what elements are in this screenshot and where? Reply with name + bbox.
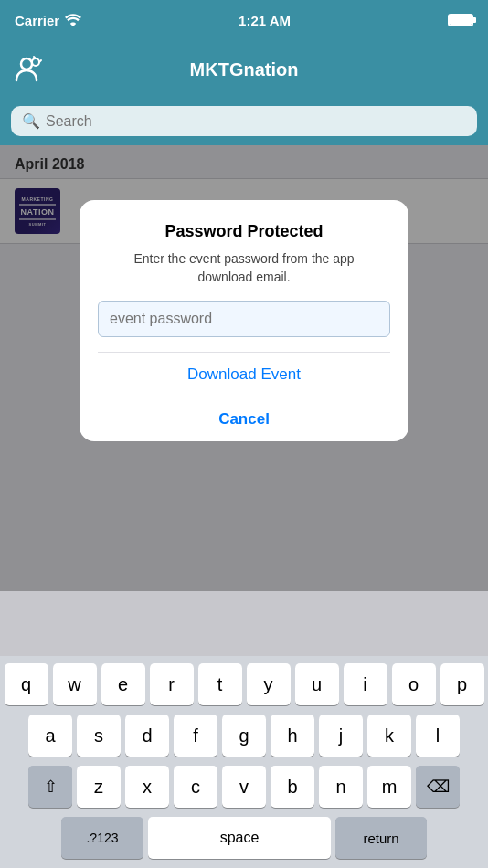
key-u[interactable]: u xyxy=(295,663,339,705)
battery-icon xyxy=(448,14,473,26)
nav-bar: MKTGnation xyxy=(0,40,488,99)
key-a[interactable]: a xyxy=(28,715,72,757)
search-icon: 🔍 xyxy=(22,112,40,130)
key-x[interactable]: x xyxy=(125,766,169,808)
main-content: April 2018 MARKETING NATION SUMMIT Passw… xyxy=(0,145,488,591)
svg-line-3 xyxy=(39,60,41,62)
key-c[interactable]: c xyxy=(174,766,217,808)
key-m[interactable]: m xyxy=(367,766,411,808)
shift-key[interactable]: ⇧ xyxy=(28,766,72,808)
key-d[interactable]: d xyxy=(125,715,169,757)
status-bar-right xyxy=(448,14,473,26)
modal-overlay: Password Protected Enter the event passw… xyxy=(0,145,488,591)
wifi-icon xyxy=(65,13,81,28)
keyboard-row-3: ⇧ z x c v b n m ⌫ xyxy=(4,766,484,808)
cancel-button[interactable]: Cancel xyxy=(98,397,390,441)
person-icon[interactable] xyxy=(15,53,44,86)
key-q[interactable]: q xyxy=(5,663,48,705)
svg-point-1 xyxy=(32,58,39,66)
download-event-button[interactable]: Download Event xyxy=(98,353,390,397)
carrier-label: Carrier xyxy=(15,13,59,28)
status-bar: Carrier 1:21 AM xyxy=(0,0,488,40)
search-bar[interactable]: 🔍 xyxy=(11,106,477,136)
svg-line-2 xyxy=(34,57,36,58)
key-v[interactable]: v xyxy=(222,766,266,808)
space-key[interactable]: space xyxy=(148,817,331,859)
keyboard: q w e r t y u i o p a s d f g h j k l ⇧ … xyxy=(0,656,488,868)
key-k[interactable]: k xyxy=(367,715,411,757)
key-n[interactable]: n xyxy=(319,766,363,808)
key-j[interactable]: j xyxy=(319,715,363,757)
key-i[interactable]: i xyxy=(344,663,387,705)
nav-title: MKTGnation xyxy=(190,59,299,80)
keyboard-bottom-row: .?123 space return xyxy=(4,817,484,859)
key-e[interactable]: e xyxy=(101,663,145,705)
key-b[interactable]: b xyxy=(271,766,314,808)
search-input[interactable] xyxy=(46,113,466,130)
backspace-key[interactable]: ⌫ xyxy=(416,766,460,808)
key-y[interactable]: y xyxy=(247,663,291,705)
password-input[interactable] xyxy=(98,301,390,337)
numbers-key[interactable]: .?123 xyxy=(61,817,143,859)
key-z[interactable]: z xyxy=(77,766,121,808)
key-h[interactable]: h xyxy=(271,715,314,757)
modal-description: Enter the event password from the app do… xyxy=(98,250,390,286)
key-o[interactable]: o xyxy=(392,663,436,705)
keyboard-row-2: a s d f g h j k l xyxy=(4,715,484,757)
key-f[interactable]: f xyxy=(174,715,217,757)
keyboard-row-1: q w e r t y u i o p xyxy=(4,663,484,705)
key-p[interactable]: p xyxy=(440,663,484,705)
modal-dialog: Password Protected Enter the event passw… xyxy=(80,200,408,441)
key-l[interactable]: l xyxy=(416,715,460,757)
svg-point-0 xyxy=(21,58,32,69)
key-t[interactable]: t xyxy=(198,663,242,705)
key-w[interactable]: w xyxy=(53,663,97,705)
key-g[interactable]: g xyxy=(222,715,266,757)
return-key[interactable]: return xyxy=(335,817,427,859)
key-s[interactable]: s xyxy=(77,715,121,757)
search-bar-container: 🔍 xyxy=(0,99,488,145)
status-bar-left: Carrier xyxy=(15,13,81,28)
modal-title: Password Protected xyxy=(98,222,390,241)
key-r[interactable]: r xyxy=(150,663,194,705)
status-bar-time: 1:21 AM xyxy=(239,13,291,28)
